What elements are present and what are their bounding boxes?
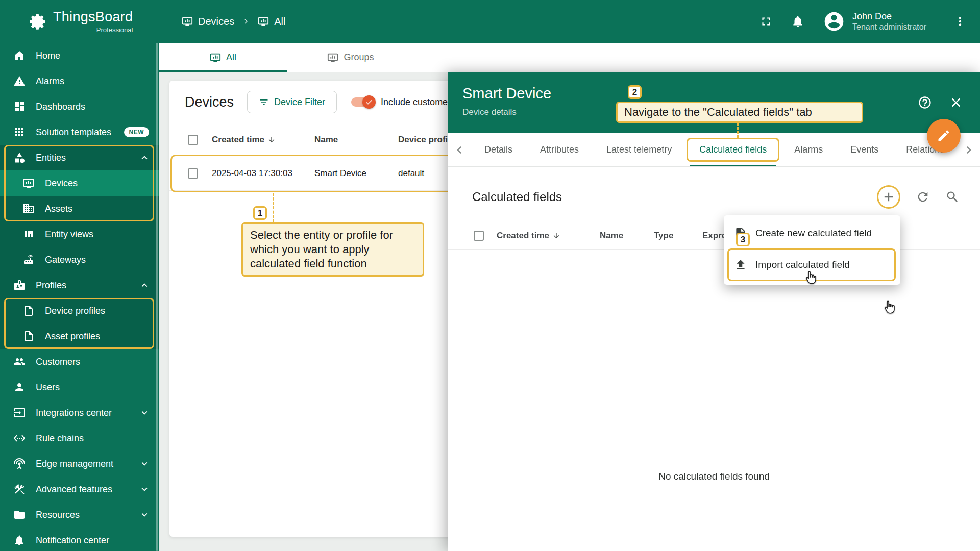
- sidebar-item-label: Rule chains: [36, 433, 84, 444]
- menu-item-create-calculated-field[interactable]: Create new calculated field: [724, 217, 900, 249]
- calculated-fields-title: Calculated fields: [472, 190, 562, 204]
- user-role: Tenant administrator: [852, 22, 940, 32]
- sidebar-item-label: Alarms: [36, 76, 64, 87]
- annotation-text-2: Navigate to the "Calculated fields" tab: [616, 102, 863, 123]
- device-details-drawer: Smart Device Device details Details Attr…: [448, 72, 980, 551]
- chevron-down-icon[interactable]: [139, 458, 150, 469]
- row-checkbox[interactable]: [188, 168, 198, 179]
- search-icon: [945, 190, 960, 204]
- sidebar-item-home[interactable]: Home: [0, 43, 159, 68]
- sidebar-item-profiles[interactable]: Profiles: [0, 272, 159, 298]
- fullscreen-button[interactable]: [760, 15, 773, 28]
- tab-attributes[interactable]: Attributes: [526, 133, 593, 166]
- sidebar-item-device-profiles[interactable]: Device profiles: [0, 298, 159, 323]
- edit-device-fab[interactable]: [927, 119, 961, 153]
- sidebar-item-dashboards[interactable]: Dashboards: [0, 94, 159, 119]
- sidebar-item-notification-center[interactable]: Notification center: [0, 528, 159, 551]
- notification-icon: [13, 534, 26, 546]
- user-avatar[interactable]: [823, 10, 845, 33]
- add-calculated-field-button[interactable]: [881, 190, 896, 204]
- select-all-checkbox[interactable]: [188, 135, 198, 145]
- sidebar-item-devices[interactable]: Devices: [0, 170, 159, 196]
- device-filter-button[interactable]: Device Filter: [247, 91, 337, 113]
- sidebar-item-users[interactable]: Users: [0, 374, 159, 400]
- select-all-checkbox[interactable]: [474, 231, 484, 241]
- chevron-left-icon: [452, 143, 467, 157]
- tab-alarms[interactable]: Alarms: [780, 133, 837, 166]
- folder-icon: [13, 509, 26, 521]
- sidebar-item-label: Entity views: [45, 229, 93, 240]
- chevron-down-icon[interactable]: [139, 484, 150, 495]
- sidebar-group-entities: Entities Devices Assets Entity views Gat…: [0, 145, 159, 272]
- help-button[interactable]: [918, 95, 932, 110]
- search-button[interactable]: [945, 190, 960, 204]
- tab-calculated-fields-label: Calculated fields: [699, 144, 767, 155]
- column-name[interactable]: Name: [314, 135, 398, 145]
- breadcrumb-all[interactable]: All: [258, 16, 285, 28]
- sidebar-item-entities[interactable]: Entities: [0, 145, 159, 170]
- sidebar-item-solution-templates[interactable]: Solution templates NEW: [0, 119, 159, 145]
- refresh-button[interactable]: [916, 190, 930, 204]
- sidebar-scrollbar[interactable]: [156, 43, 158, 551]
- tab-latest-telemetry-label: Latest telemetry: [606, 144, 672, 155]
- breadcrumb-devices[interactable]: Devices: [182, 16, 234, 28]
- drawer-title: Smart Device: [462, 85, 966, 102]
- tab-groups-label: Groups: [344, 52, 374, 63]
- sidebar-item-label: Dashboards: [36, 102, 85, 112]
- empty-state-text: No calculated fields found: [448, 471, 980, 482]
- tab-events[interactable]: Events: [837, 133, 892, 166]
- sidebar-item-alarms[interactable]: Alarms: [0, 68, 159, 94]
- page-title: Devices: [185, 94, 234, 110]
- column-created-time[interactable]: Created time: [212, 135, 314, 145]
- annotation-step-badge-1: 1: [253, 206, 267, 220]
- sidebar-item-rule-chains[interactable]: Rule chains: [0, 425, 159, 451]
- sidebar-item-entity-views[interactable]: Entity views: [0, 221, 159, 247]
- column-created-time[interactable]: Created time: [497, 231, 600, 241]
- input-icon: [13, 407, 26, 419]
- chevron-up-icon[interactable]: [139, 152, 150, 163]
- tab-calculated-fields[interactable]: Calculated fields: [685, 133, 780, 166]
- include-customers-toggle[interactable]: [351, 97, 375, 107]
- sidebar-item-customers[interactable]: Customers: [0, 349, 159, 374]
- chevron-up-icon[interactable]: [139, 280, 150, 291]
- tabs-scroll-left-button[interactable]: [452, 143, 467, 157]
- header-menu-button[interactable]: [953, 15, 967, 28]
- devices-icon: [22, 177, 35, 189]
- notifications-button[interactable]: [791, 15, 804, 28]
- column-name[interactable]: Name: [600, 231, 654, 241]
- sidebar-item-assets[interactable]: Assets: [0, 196, 159, 221]
- asset-profiles-icon: [22, 330, 35, 342]
- chevron-down-icon[interactable]: [139, 407, 150, 418]
- pencil-icon: [937, 129, 951, 143]
- refresh-icon: [916, 190, 930, 204]
- sidebar-item-advanced-features[interactable]: Advanced features: [0, 477, 159, 502]
- device-filter-label: Device Filter: [274, 97, 325, 108]
- sidebar-item-edge-management[interactable]: Edge management: [0, 451, 159, 477]
- chevron-down-icon[interactable]: [139, 509, 150, 520]
- gateway-icon: [22, 254, 35, 266]
- cell-name: Smart Device: [314, 168, 398, 179]
- annotation-step-badge-2: 2: [628, 85, 642, 99]
- close-button[interactable]: [949, 95, 963, 110]
- breadcrumb: Devices All: [182, 16, 285, 28]
- annotation-text-2-label: Navigate to the "Calculated fields" tab: [624, 106, 812, 119]
- menu-item-create-label: Create new calculated field: [755, 228, 872, 239]
- tab-latest-telemetry[interactable]: Latest telemetry: [593, 133, 685, 166]
- toggle-thumb: [362, 95, 376, 109]
- column-name-label: Name: [600, 231, 623, 240]
- devices-icon: [210, 52, 221, 63]
- add-calculated-field-menu: Create new calculated field Import calcu…: [724, 215, 900, 285]
- app-logo[interactable]: ThingsBoard Professional: [0, 9, 159, 34]
- tabs-scroll-right-button[interactable]: [962, 143, 976, 157]
- tab-details[interactable]: Details: [471, 133, 526, 166]
- sidebar-item-resources[interactable]: Resources: [0, 502, 159, 528]
- close-icon: [949, 95, 963, 110]
- sidebar-item-label: Entities: [36, 153, 66, 163]
- sidebar-item-asset-profiles[interactable]: Asset profiles: [0, 323, 159, 349]
- sidebar-item-label: Edge management: [36, 459, 113, 469]
- tab-groups[interactable]: Groups: [287, 43, 414, 72]
- tab-all[interactable]: All: [159, 43, 287, 72]
- sidebar-item-integrations-center[interactable]: Integrations center: [0, 400, 159, 425]
- sidebar-item-gateways[interactable]: Gateways: [0, 247, 159, 272]
- column-type[interactable]: Type: [654, 231, 702, 241]
